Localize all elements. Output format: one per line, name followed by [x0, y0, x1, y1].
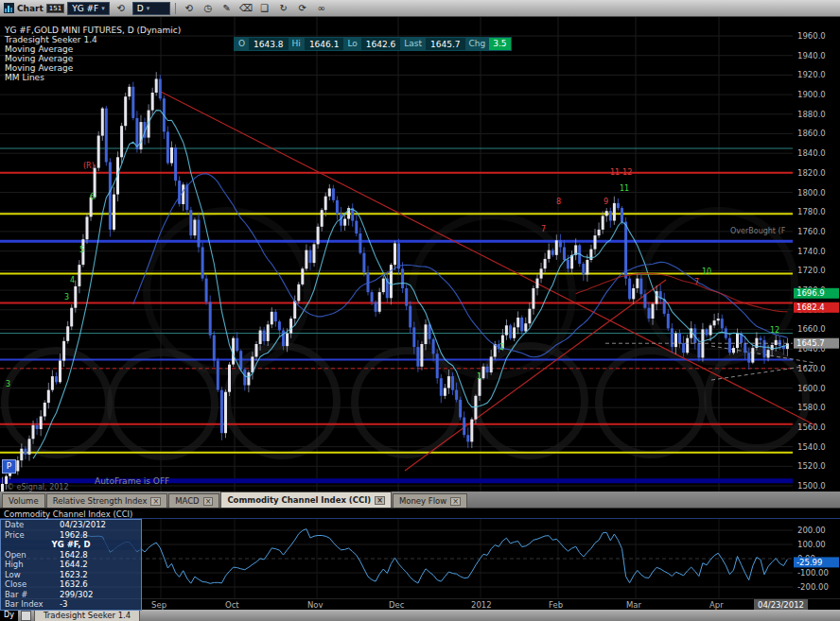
- svg-text:1840.0: 1840.0: [797, 148, 826, 158]
- svg-text:1645.7: 1645.7: [796, 338, 825, 348]
- svg-text:1800.0: 1800.0: [797, 188, 826, 198]
- page-marker-badge[interactable]: P: [2, 459, 16, 474]
- svg-text:9: 9: [604, 198, 608, 206]
- chevron-down-icon[interactable]: ▾: [147, 5, 150, 12]
- time-axis-label-mar: Mar: [626, 600, 641, 610]
- last-label: Last: [400, 38, 426, 50]
- window-title: Chart: [17, 4, 44, 13]
- row-value: -3: [60, 599, 67, 610]
- time-axis-label-apr: Apr: [709, 600, 724, 610]
- svg-text:1720.0: 1720.0: [797, 266, 826, 275]
- svg-text:1682.4: 1682.4: [796, 302, 825, 312]
- svg-text:1500.0: 1500.0: [797, 481, 826, 491]
- layout-icon[interactable]: [21, 611, 31, 621]
- clock-icon[interactable]: ◷: [200, 1, 217, 16]
- row-label: Open: [1, 550, 60, 561]
- data-window-row-b4: Bar #299/302: [1, 590, 141, 600]
- svg-text:11: 11: [620, 184, 629, 193]
- svg-text:1820.0: 1820.0: [797, 168, 826, 178]
- time-axis-label-oct: Oct: [225, 600, 239, 610]
- tab-money-flow[interactable]: Money Flow×: [393, 493, 467, 508]
- legend-line-3: Moving Average: [5, 54, 181, 63]
- symbol-value: YG #F: [72, 4, 98, 13]
- mode-label: Dy: [0, 610, 18, 621]
- row-value: 1644.2: [60, 560, 88, 570]
- indicator-tab-strip: VolumeRelative Strength Index×MACD×Commo…: [0, 492, 840, 508]
- row-label: Date: [1, 520, 60, 530]
- svg-text:1: 1: [477, 372, 481, 381]
- row-value: 04/23/2012: [60, 520, 106, 530]
- redo-icon[interactable]: ↻: [275, 1, 292, 16]
- svg-text:1960.0: 1960.0: [797, 31, 826, 41]
- tab-macd[interactable]: MACD×: [168, 493, 219, 508]
- row-label: High: [1, 560, 60, 570]
- legend-line-2: Moving Average: [5, 44, 181, 54]
- row-value: 1642.8: [60, 550, 88, 561]
- page-tab-tradesight-seeker[interactable]: Tradesight Seeker 1.4: [34, 610, 140, 621]
- last-value: 1645.7: [426, 40, 465, 49]
- tab-close-icon[interactable]: ×: [203, 497, 214, 506]
- chart-application-window: Chart 151 YG #F ▾ ⟲ D ▾ ⟲◷✎⌫❑↻⟳∞ 1500.01…: [0, 0, 840, 621]
- chat-icon[interactable]: ❑: [256, 1, 273, 16]
- svg-text:6: 6: [90, 193, 95, 201]
- chart-window-icon: [4, 3, 14, 13]
- data-window-row-b2: Low1623.2: [1, 570, 141, 580]
- time-axis-label-nov: Nov: [307, 600, 324, 610]
- svg-text:5: 5: [79, 246, 84, 254]
- svg-text:1880.0: 1880.0: [797, 110, 826, 119]
- data-window: Date04/23/2012Price1962.8YG #F, DOpen164…: [0, 519, 142, 611]
- tab-relative-strength-index[interactable]: Relative Strength Index×: [46, 493, 168, 508]
- svg-text:1900.0: 1900.0: [797, 90, 826, 99]
- tab-label: Relative Strength Index: [53, 496, 148, 506]
- svg-text:7: 7: [541, 225, 546, 233]
- svg-text:1740.0: 1740.0: [797, 247, 826, 256]
- chevron-down-icon[interactable]: ▾: [101, 5, 105, 12]
- refresh-icon[interactable]: ⟲: [181, 1, 198, 16]
- svg-text:1520.0: 1520.0: [797, 461, 826, 471]
- time-axis-label-dec: Dec: [389, 600, 404, 610]
- svg-text:1580.0: 1580.0: [797, 403, 826, 412]
- tab-label: Money Flow: [399, 496, 446, 506]
- svg-text:4: 4: [70, 276, 75, 285]
- svg-text:3: 3: [64, 293, 69, 302]
- high-value: 1646.1: [305, 40, 344, 49]
- chart-legend: YG #F,GOLD MINI FUTURES, D (Dynamic)Trad…: [5, 26, 181, 82]
- legend-line-0: YG #F,GOLD MINI FUTURES, D (Dynamic): [5, 26, 181, 35]
- svg-text:1860.0: 1860.0: [797, 129, 826, 138]
- tab-volume[interactable]: Volume: [2, 493, 45, 508]
- data-window-row-t0: Date04/23/2012: [1, 520, 141, 530]
- refresh-button[interactable]: ⟲: [113, 1, 130, 16]
- svg-text:(R): (R): [83, 162, 95, 170]
- pencil-icon[interactable]: ✎: [219, 1, 236, 16]
- window-id-badge: 151: [46, 4, 64, 13]
- svg-text:7: 7: [694, 278, 699, 286]
- open-value: 1643.8: [249, 40, 289, 49]
- eraser-icon[interactable]: ⌫: [237, 1, 254, 16]
- data-window-row-b5: Bar Index-3: [1, 599, 141, 610]
- svg-text:200.00: 200.00: [797, 526, 826, 535]
- overbought-annotation: OverBought (F: [730, 227, 785, 235]
- tab-close-icon[interactable]: ×: [450, 497, 461, 506]
- toolbar-icon-group: ⟲◷✎⌫❑↻⟳∞: [181, 1, 330, 16]
- tab-close-icon[interactable]: ×: [150, 497, 161, 506]
- time-axis-label-2012: 2012: [471, 600, 492, 610]
- tab-commodity-channel-index-cci[interactable]: Commodity Channel Index (CCI)×: [220, 492, 392, 508]
- time-axis-label-feb: Feb: [549, 600, 563, 610]
- svg-text:3: 3: [6, 380, 10, 388]
- interval-select[interactable]: D ▾: [132, 2, 170, 15]
- change-value: 3.5: [489, 38, 510, 50]
- low-value: 1642.6: [361, 40, 401, 49]
- row-value: 1632.6: [60, 579, 88, 590]
- tab-close-icon[interactable]: ×: [375, 496, 385, 505]
- row-label: Bar #: [1, 590, 60, 600]
- rotate-icon[interactable]: ⟳: [294, 1, 311, 16]
- main-chart-canvas[interactable]: 1500.01520.01540.01560.01580.01600.01620…: [0, 17, 840, 492]
- row-value: 1623.2: [60, 570, 88, 580]
- link-icon[interactable]: ∞: [313, 1, 330, 16]
- cci-panel-title: Commodity Channel Index (CCI): [0, 508, 840, 519]
- symbol-input[interactable]: YG #F ▾: [67, 2, 110, 15]
- svg-text:-25.99: -25.99: [796, 558, 822, 567]
- time-axis-label-sep: Sep: [151, 600, 166, 610]
- data-window-row-t1: Price1962.8: [1, 530, 141, 541]
- svg-text:100.00: 100.00: [797, 540, 826, 549]
